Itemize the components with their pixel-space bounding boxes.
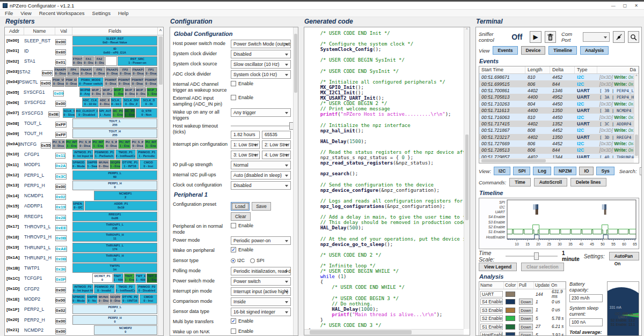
pull-down-button[interactable]: Down	[519, 315, 533, 322]
config-select[interactable]: Disabled	[231, 50, 291, 58]
register-field[interactable]: DTYPE_P20 - UINT16	[121, 294, 139, 304]
signal-name-input[interactable]: S3 Enable	[480, 307, 503, 313]
register-field[interactable]: PU_INT1 - Ena	[92, 139, 105, 149]
register-value-input[interactable]: 0x09	[53, 91, 64, 96]
filter-log[interactable]: Log	[533, 167, 551, 175]
register-field[interactable]: TINIT_E1 - Ena	[124, 273, 135, 283]
register-field[interactable]: PSWH_MODE0 - Power switch	[78, 77, 104, 87]
config-select[interactable]: Inside	[231, 297, 291, 306]
sleep-current-input[interactable]: 100 nA	[569, 318, 603, 326]
event-row[interactable]: 00:51.70086144021346 UART[ 39 | PERP4_L …	[479, 87, 634, 94]
register-field[interactable]: DTYPE_P11 - INT16	[121, 160, 139, 169]
register-field[interactable]: SCLK_DIV0 - Div_2	[122, 98, 140, 107]
pull-down-button[interactable]: Down	[519, 307, 533, 313]
event-row[interactable]: 00:51.7160638104450 I2C[0x3D] Write: 0x3…	[479, 114, 634, 120]
register-value-input[interactable]: 0xAE	[55, 246, 67, 252]
register-value-input[interactable]: 0x00	[55, 39, 66, 45]
register-field[interactable]: SCLK_SE0 - Int 1	[111, 98, 122, 107]
register-value-input[interactable]: 0x00	[55, 184, 66, 190]
register-value-input[interactable]: 0x01	[55, 59, 66, 65]
config-select[interactable]: Normal	[231, 161, 291, 169]
register-field[interactable]: FTOUT0 - Disa	[72, 56, 83, 66]
event-row[interactable]: 00:51.71161344001350 UART[ 3B | NCMDP4 |…	[479, 107, 634, 114]
register-field[interactable]: PWMOD_P20 - Disabled	[136, 284, 157, 294]
register-field[interactable]: I2CRET_P10	[92, 273, 113, 283]
register-value-input[interactable]: 0x00	[55, 287, 66, 293]
register-value-input[interactable]: 0xFF	[55, 122, 67, 128]
clear-selection-button[interactable]: Clear selection	[521, 263, 564, 271]
config-checkbox[interactable]: Enable	[231, 94, 291, 100]
signal-color-swatch[interactable]	[506, 324, 515, 330]
menu-item-help[interactable]: Help	[114, 10, 133, 16]
event-row[interactable]: 00:51.71741544021352 UART[ 3C | ADDRP4 |…	[479, 121, 634, 127]
register-value-input[interactable]: 0xEE	[55, 225, 67, 231]
register-field[interactable]: SPIEN_P0 - I2C	[72, 201, 84, 211]
config-select[interactable]: Periodic power-on	[231, 236, 291, 245]
register-field[interactable]: KO_CLKOUT_DIV0 - Disabled	[76, 108, 98, 118]
config-checkbox[interactable]: ✓Enable	[231, 247, 291, 252]
search-input[interactable]	[640, 167, 642, 175]
register-field[interactable]: FP20 - Disa	[119, 67, 131, 77]
preset-clear-button[interactable]: Clear	[231, 212, 251, 221]
register-field[interactable]: TWT_EX1 - 4096	[135, 273, 146, 283]
start-sniffer-button[interactable]: ▶	[530, 31, 541, 43]
preset-save-button[interactable]: Save	[252, 202, 271, 211]
filter-sys[interactable]: Sys	[596, 167, 614, 175]
register-field[interactable]: TMOD_P20 - InitReadCor	[115, 284, 136, 294]
register-field[interactable]: INTMOD_P20 - Int Input Hi	[72, 284, 93, 294]
registers-scrollbar[interactable]	[158, 35, 163, 335]
time-scale-slider[interactable]	[506, 252, 558, 260]
register-value-input[interactable]: 0x19	[55, 204, 66, 210]
signal-color-swatch[interactable]	[506, 316, 515, 321]
register-field[interactable]: THRUNP1_L174	[72, 243, 157, 252]
config-select[interactable]: 1: Low Strer	[231, 140, 260, 149]
events-hscrollbar[interactable]	[479, 158, 634, 163]
register-field[interactable]: SCLK_SE0 - Slow	[63, 108, 75, 118]
config-select[interactable]: System clock (10 Hz)	[231, 70, 291, 79]
view-tab-analysis[interactable]: Analysis	[580, 46, 609, 55]
config-checkbox[interactable]: Enable	[231, 80, 291, 86]
config-select[interactable]: Disabled	[231, 181, 291, 190]
config-select[interactable]: Periodic initialization, read da	[231, 267, 291, 275]
register-field[interactable]: CMOD0 - Insi	[140, 160, 157, 169]
register-field[interactable]: CMOD0 - Insi	[140, 294, 157, 304]
config-select[interactable]: Power switch	[231, 277, 291, 286]
register-field[interactable]: TINIT_E1 - 4096	[113, 273, 124, 283]
register-field[interactable]: PERP2_H0	[72, 315, 157, 325]
register-value-input[interactable]: 0x55	[41, 143, 52, 148]
config-slider-value[interactable]: 1.82 hours	[231, 131, 260, 139]
register-field[interactable]: SPIMOD_P20 - Mode 0	[72, 294, 86, 304]
pull-down-button[interactable]: Down	[519, 324, 533, 330]
register-value-input[interactable]: 0x02	[55, 308, 66, 313]
command-time[interactable]: Time	[509, 178, 530, 186]
register-field[interactable]: FA20 - Disa	[94, 56, 105, 66]
register-value-input[interactable]: 0x0B	[55, 235, 67, 241]
register-field[interactable]: PU_INT1 - Ena	[144, 139, 157, 149]
register-field[interactable]: WUP_P1 - Ena	[147, 87, 157, 97]
register-field[interactable]: RREGP10x28	[72, 212, 157, 221]
register-field[interactable]: PSWMOD_P11 - PwSwitch	[94, 150, 115, 159]
register-field[interactable]: SWPRR0 - No	[86, 294, 97, 304]
register-field[interactable]: PU_S_IN0 - Disa	[105, 139, 118, 149]
register-field[interactable]: I2C_PU1 - Ena	[124, 108, 135, 118]
config-radio-i2c[interactable]: I2C	[231, 258, 245, 263]
register-field[interactable]: SPIMOD_P10 - Mode 0	[72, 160, 86, 169]
config-slider[interactable]	[231, 122, 291, 130]
register-field[interactable]: TWTP154	[72, 263, 157, 273]
event-row[interactable]: 00:51.7218678084452 I2C[0x3D] Write: 0x3…	[479, 127, 634, 133]
register-field[interactable]: TMOD_P10 - InitReadCor	[115, 150, 136, 159]
register-field[interactable]: PSWINT0 - Disa	[144, 77, 157, 87]
autopan-button[interactable]: AutoPan On	[609, 252, 639, 260]
register-field[interactable]: THROVP1_H11	[72, 232, 157, 242]
register-value-input[interactable]: 0x11	[55, 153, 65, 159]
filter-i2c[interactable]: I2C	[494, 167, 510, 175]
event-row[interactable]: 00:51.699515806844 I2C[0x3D] Write: 0x3A…	[479, 80, 634, 87]
register-field[interactable]: PSWMOD_P20 - Invalid	[94, 284, 115, 294]
register-value-input[interactable]: 0x0E	[48, 111, 60, 117]
register-field[interactable]: TOUT_H255	[72, 129, 157, 138]
view-tab-events[interactable]: Events	[493, 46, 517, 55]
register-value-input[interactable]: 0x36	[55, 266, 66, 272]
code-vertical-scrollbar[interactable]: ^	[464, 27, 470, 329]
config-select[interactable]: Auto (disabled in sleep)	[231, 171, 291, 180]
register-field[interactable]: PU_S_IN0 - Disa	[131, 139, 144, 149]
